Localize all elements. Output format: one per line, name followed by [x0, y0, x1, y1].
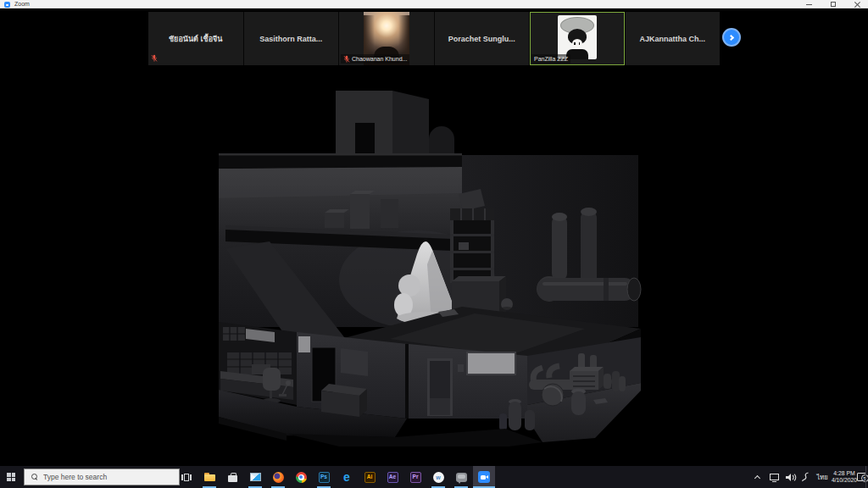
zoom-camera-icon — [478, 471, 490, 483]
maximize-button[interactable] — [824, 0, 843, 8]
w-app-icon: w — [433, 472, 444, 483]
action-center-icon: 5 — [857, 473, 866, 481]
edge-icon: e — [343, 471, 350, 483]
tray-date: 4/10/2020 — [832, 477, 857, 485]
participant-avatar — [558, 15, 597, 59]
after-effects-button[interactable]: Ae — [381, 466, 403, 488]
after-effects-icon: Ae — [387, 472, 398, 483]
windows-logo-icon — [7, 473, 15, 481]
zoom-taskbar-button[interactable] — [473, 466, 495, 488]
participant-name-label: Chaowanan Khund... — [341, 54, 409, 64]
search-icon — [31, 474, 38, 480]
task-view-button[interactable] — [175, 466, 198, 488]
illustrator-icon: Ai — [364, 472, 376, 483]
participant-tile[interactable]: Porachet Sunglu... — [435, 12, 530, 65]
taskbar-search-box[interactable] — [24, 469, 180, 485]
w-app-button[interactable]: w — [427, 466, 449, 488]
edge-button[interactable]: e — [336, 466, 358, 488]
file-explorer-button[interactable] — [198, 466, 220, 488]
close-icon — [854, 1, 861, 8]
participant-name: PanZilla ZZZ — [534, 56, 568, 62]
volume-tray-button[interactable] — [784, 466, 798, 488]
close-button[interactable] — [846, 0, 865, 8]
video-building-right — [398, 15, 409, 59]
chrome-icon — [296, 472, 307, 483]
render-chimney — [336, 91, 454, 156]
avatar-face — [572, 39, 582, 48]
microsoft-store-button[interactable] — [221, 466, 243, 488]
premiere-icon: Pr — [410, 472, 421, 483]
chevron-right-icon — [728, 35, 734, 41]
network-tray-button[interactable] — [767, 466, 781, 488]
language-label: ไทย — [816, 472, 827, 482]
participant-name: Sasithorn Ratta... — [244, 12, 339, 65]
participant-name: ชัยอนันต์ เชื้อจีน — [148, 12, 243, 65]
tray-time: 4:28 PM — [833, 470, 854, 478]
mail-icon — [250, 473, 261, 481]
participant-tile[interactable]: Sasithorn Ratta... — [244, 12, 339, 65]
participant-tile-active-speaker[interactable]: PanZilla ZZZ — [530, 12, 625, 65]
network-icon — [770, 474, 779, 480]
participant-tile[interactable]: Chaowanan Khund... — [339, 12, 434, 65]
maximize-icon — [831, 2, 836, 7]
search-input[interactable] — [43, 473, 170, 481]
speaker-icon — [786, 473, 797, 482]
pen-tray-button[interactable] — [799, 466, 811, 488]
mic-muted-icon — [151, 54, 158, 63]
window-titlebar: Zoom — [0, 0, 868, 8]
file-explorer-icon — [204, 473, 215, 481]
participants-strip: ชัยอนันต์ เชื้อจีน Sasithorn Ratta... Ch… — [148, 12, 720, 65]
chat-app-icon — [456, 473, 467, 482]
chat-app-button[interactable] — [450, 466, 472, 488]
firefox-icon — [273, 472, 284, 483]
screen-share-3d-room-render — [0, 8, 868, 466]
language-indicator[interactable]: ไทย — [812, 466, 832, 488]
window-title: Zoom — [14, 0, 30, 8]
participant-name: Porachet Sunglu... — [435, 12, 530, 65]
participant-name: Chaowanan Khund... — [352, 56, 407, 62]
mic-muted-icon — [343, 55, 350, 64]
zoom-app-icon — [4, 2, 10, 8]
task-view-icon — [181, 474, 192, 481]
photoshop-button[interactable]: Ps — [313, 466, 335, 488]
tray-hidden-icons-button[interactable] — [751, 466, 763, 488]
video-building-left — [364, 15, 375, 59]
clock[interactable]: 4:28 PM 4/10/2020 — [832, 466, 857, 488]
next-participants-button[interactable] — [722, 28, 741, 47]
screen-share-area — [0, 8, 868, 466]
participant-name: AJKannattha Ch... — [626, 12, 721, 65]
participant-tile[interactable]: ชัยอนันต์ เชื้อจีน — [148, 12, 243, 65]
mail-button[interactable] — [244, 466, 266, 488]
illustrator-button[interactable]: Ai — [359, 466, 381, 488]
start-button[interactable] — [0, 466, 23, 488]
pen-icon — [801, 472, 810, 482]
participant-tile[interactable]: AJKannattha Ch... — [626, 12, 721, 65]
minimize-icon — [806, 4, 812, 5]
chrome-button[interactable] — [290, 466, 312, 488]
chevron-up-icon — [754, 475, 760, 481]
minimize-button[interactable] — [800, 0, 819, 8]
participant-name-label: PanZilla ZZZ — [531, 54, 570, 64]
microsoft-store-icon — [228, 473, 237, 482]
photoshop-icon: Ps — [319, 472, 330, 483]
premiere-button[interactable]: Pr — [404, 466, 426, 488]
firefox-button[interactable] — [267, 466, 289, 488]
windows-taskbar: Ps e Ai Ae Pr w ไทย 4: — [0, 466, 868, 488]
